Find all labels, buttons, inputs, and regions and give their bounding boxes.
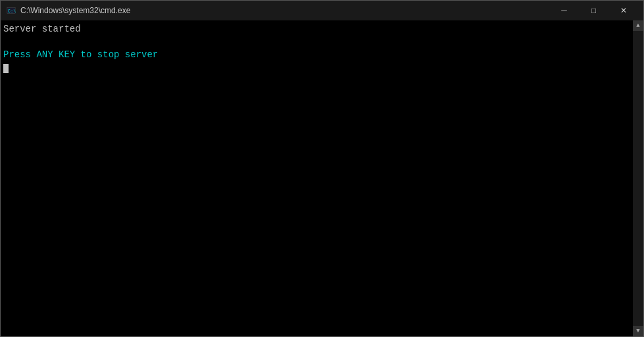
app-icon: C:\ xyxy=(6,5,16,16)
window-title: C:\Windows\system32\cmd.exe xyxy=(20,6,549,15)
text-cursor xyxy=(3,64,9,73)
scrollbar: ▲ ▼ xyxy=(633,20,643,336)
window-controls: ─ □ ✕ xyxy=(549,1,638,20)
minimize-button[interactable]: ─ xyxy=(549,1,579,20)
output-line-3: Press ANY KEY to stop server xyxy=(3,49,630,62)
console-output[interactable]: Server started Press ANY KEY to stop ser… xyxy=(1,20,633,336)
svg-text:C:\: C:\ xyxy=(8,9,16,14)
console-area: Server started Press ANY KEY to stop ser… xyxy=(1,20,643,336)
output-line-2 xyxy=(3,36,630,49)
close-button[interactable]: ✕ xyxy=(608,1,638,20)
output-line-1: Server started xyxy=(3,23,630,36)
scroll-up-arrow[interactable]: ▲ xyxy=(633,20,643,31)
maximize-button[interactable]: □ xyxy=(579,1,608,20)
cmd-window: C:\ C:\Windows\system32\cmd.exe ─ □ ✕ Se… xyxy=(0,0,644,337)
scroll-down-arrow[interactable]: ▼ xyxy=(633,326,643,336)
title-bar: C:\ C:\Windows\system32\cmd.exe ─ □ ✕ xyxy=(1,1,643,20)
cursor-line xyxy=(3,62,630,75)
